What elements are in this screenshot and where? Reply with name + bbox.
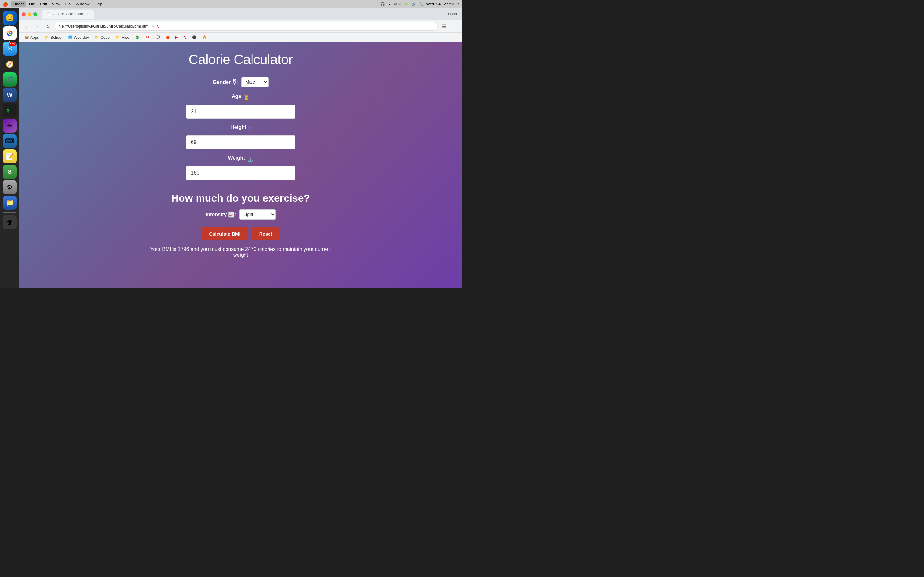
minimize-button[interactable] (27, 12, 31, 16)
bookmark-youtube[interactable]: ▶ (173, 34, 181, 41)
window-controls (22, 12, 37, 16)
button-row: Calculate BMI Reset (201, 227, 280, 240)
height-label-row: Height ↕ (230, 124, 251, 133)
more-button[interactable]: ⋮ (451, 22, 459, 31)
bookmark-webdev-label: Web dev (74, 35, 89, 40)
weight-icon: ⚓ (247, 156, 254, 163)
height-input[interactable] (186, 135, 295, 149)
bookmark-webdev[interactable]: 🌐 Web dev (65, 34, 91, 41)
gender-select[interactable]: Male Female (241, 77, 268, 87)
new-tab-button[interactable]: + (94, 10, 103, 19)
weight-label: Weight (228, 155, 245, 161)
battery-status: 63% (394, 2, 401, 6)
svg-point-2 (9, 32, 11, 34)
dock-mail[interactable]: ✉ 263 (3, 42, 17, 56)
menubar-right: 🎧 ▲ 63% 🔋 🔊 🔍 Wed 1:45:27 AM ≡ (380, 2, 459, 6)
reddit-icon: ⬤ (166, 35, 170, 39)
gender-field: Gender ⚧: Male Female (213, 77, 268, 87)
dock-word[interactable]: W (3, 88, 17, 102)
maximize-button[interactable] (33, 12, 37, 16)
weight-input[interactable] (186, 166, 295, 180)
dock-notes[interactable]: 📝 (3, 149, 17, 163)
bookmark-coop[interactable]: 📁 Coop (92, 34, 112, 41)
school-icon: 📁 (45, 35, 49, 39)
bookmark-misc-label: Misc (121, 35, 129, 40)
close-button[interactable] (22, 12, 26, 16)
dock-maps[interactable]: 🧭 (3, 57, 17, 71)
result-text: Your BMI is 1796 and you must consume 24… (144, 247, 337, 258)
menubar-file[interactable]: File (27, 1, 37, 7)
bookmark-messenger[interactable]: 💬 (153, 34, 163, 41)
bookmark-github[interactable]: ⚫ (190, 34, 199, 41)
webdev-icon: 🌐 (68, 35, 73, 39)
menubar-window[interactable]: Window (73, 1, 92, 7)
dock-finder[interactable]: 😊 (3, 11, 17, 25)
apple-menu[interactable]: 🍎 (3, 2, 8, 7)
coop-icon: 📁 (95, 35, 99, 39)
back-button[interactable]: ‹ (22, 22, 31, 31)
shield-icon[interactable]: 🛡 (157, 24, 161, 29)
wifi-icon: ▲ (388, 2, 391, 6)
dock-science[interactable]: ✳ (3, 119, 17, 133)
dock-downloads[interactable]: 📁 (3, 195, 17, 210)
bookmark-fire[interactable]: 🔥 (200, 34, 210, 41)
fire-icon: 🔥 (202, 35, 207, 39)
intensity-select[interactable]: Sedentary Light Moderate Very Active Ext… (239, 210, 276, 219)
bookmark-school[interactable]: 📁 School (42, 34, 65, 41)
bookmarks-bar: 📦 Apps 📁 School 🌐 Web dev 📁 Coop 📁 Misc … (19, 33, 462, 42)
bookmark-reddit[interactable]: ⬤ (163, 34, 172, 41)
active-tab[interactable]: 📄 Calorie Calculator × (42, 10, 94, 19)
headphones-icon: 🎧 (380, 2, 385, 6)
age-label: Age (232, 93, 241, 99)
menu-icon[interactable]: ≡ (457, 2, 459, 6)
dock-vscode[interactable]: ⌨ (3, 134, 17, 148)
dock-terminal[interactable]: $_ (3, 103, 17, 117)
url-bar[interactable]: file:///Users/justinvu/GitHub/BMR-Calcul… (55, 22, 438, 31)
reset-button[interactable]: Reset (252, 227, 280, 240)
gmail-icon: M (145, 35, 150, 40)
bookmark-dragon[interactable]: 🐉 (132, 34, 142, 41)
height-field: Height ↕ (160, 124, 321, 149)
menubar-edit[interactable]: Edit (38, 1, 49, 7)
tab-favicon: 📄 (46, 12, 51, 16)
dock-spotify[interactable]: 🎵 (3, 73, 17, 87)
gender-label: Gender ⚧: (213, 79, 238, 85)
weight-field: Weight ⚓ (160, 155, 321, 180)
menubar-view[interactable]: View (50, 1, 63, 7)
tab-bar: 📄 Calorie Calculator × + (42, 10, 444, 19)
dragon-icon: 🐉 (135, 35, 140, 39)
refresh-button[interactable]: ↻ (44, 22, 53, 31)
user-label: Justin (447, 12, 459, 16)
messenger-icon: 💬 (156, 35, 160, 39)
menubar: 🍎 Finder File Edit View Go Window Help 🎧… (0, 0, 462, 8)
dock-divider (3, 212, 16, 213)
dock-trash[interactable]: 🗑 (3, 215, 17, 229)
bookmark-star-icon[interactable]: ☆ (151, 24, 155, 29)
url-text: file:///Users/justinvu/GitHub/BMR-Calcul… (59, 24, 149, 29)
search-icon[interactable]: 🔍 (419, 2, 423, 6)
apps-icon: 📦 (24, 35, 29, 39)
age-field: Age ⏳ (160, 93, 321, 119)
weight-label-row: Weight ⚓ (228, 155, 253, 163)
dock-chrome[interactable] (3, 26, 17, 40)
age-input[interactable] (186, 105, 295, 119)
bookmark-netflix[interactable]: N (181, 34, 189, 41)
tab-close-button[interactable]: × (86, 12, 90, 16)
forward-button[interactable]: › (33, 22, 42, 31)
titlebar: 📄 Calorie Calculator × + Justin (19, 8, 462, 20)
calculate-button[interactable]: Calculate BMI (201, 227, 248, 240)
bookmark-misc[interactable]: 📁 Misc (113, 34, 132, 41)
menubar-help[interactable]: Help (92, 1, 105, 7)
page-title: Calorie Calculator (189, 52, 293, 67)
bookmark-apps[interactable]: 📦 Apps (22, 34, 41, 41)
dock-settings[interactable]: ⚙ (3, 180, 17, 194)
volume-icon[interactable]: 🔊 (411, 2, 416, 6)
bookmark-apps-label: Apps (30, 35, 39, 40)
menubar-go[interactable]: Go (63, 1, 73, 7)
dock-slides[interactable]: S (3, 165, 17, 179)
extensions-button[interactable]: ☰ (439, 22, 449, 31)
menubar-finder[interactable]: Finder (11, 1, 26, 7)
address-bar: ‹ › ↻ file:///Users/justinvu/GitHub/BMR-… (19, 20, 462, 33)
bookmark-gmail[interactable]: M (143, 34, 152, 41)
browser-window: 📄 Calorie Calculator × + Justin ‹ › ↻ fi… (19, 8, 462, 288)
